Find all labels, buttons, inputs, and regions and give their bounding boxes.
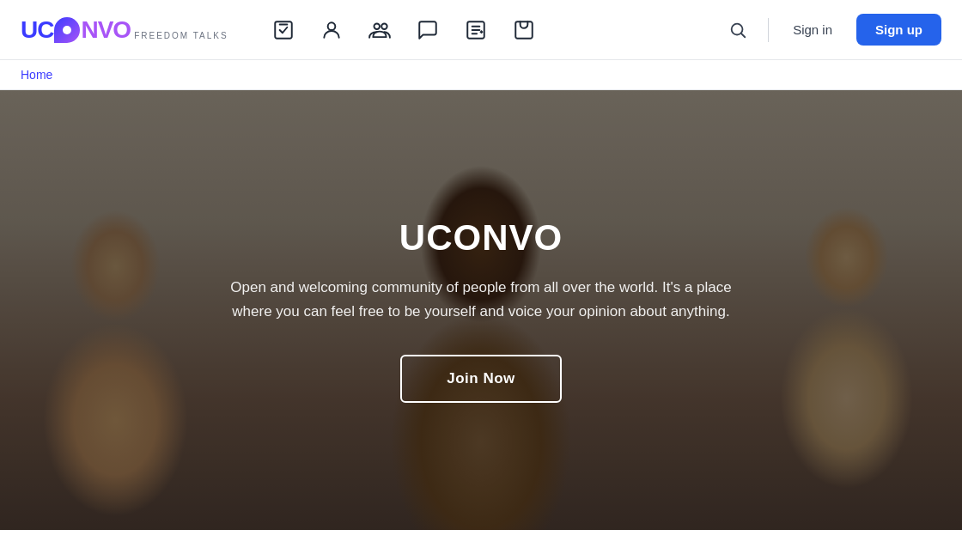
messages-icon [417,19,439,41]
signup-button[interactable]: Sign up [856,14,941,46]
profile-icon [320,19,343,41]
nav-activity-button[interactable] [263,9,304,51]
nav-store-button[interactable] [503,9,545,51]
site-header: UC NVO FREEDOM TALKS [0,0,962,60]
svg-line-11 [741,33,745,37]
search-button[interactable] [722,14,754,46]
svg-point-10 [732,23,743,34]
svg-point-3 [374,23,380,29]
search-icon [728,21,747,40]
nav-profile-button[interactable] [311,9,352,51]
hero-section: UCONVO Open and welcoming community of p… [0,90,962,530]
main-nav [263,9,722,51]
logo-tagline: FREEDOM TALKS [134,31,228,40]
logo-nvo: NVO [81,16,131,44]
logo-text: UC NVO [21,16,131,44]
svg-point-4 [381,23,387,29]
store-icon [513,19,535,41]
logo-bubble-icon [54,17,80,43]
activity-icon [272,19,295,41]
breadcrumb-home[interactable]: Home [21,68,52,82]
join-now-button[interactable]: Join Now [400,355,562,403]
header-divider [768,18,769,42]
svg-point-2 [327,22,335,30]
logo-uc: UC [21,16,53,44]
nav-groups-button[interactable] [359,9,400,51]
nav-write-button[interactable] [455,9,496,51]
hero-title: UCONVO [215,217,747,259]
groups-icon [368,19,391,41]
breadcrumb-bar: Home [0,60,962,90]
write-icon [465,19,487,41]
hero-description: Open and welcoming community of people f… [215,276,747,324]
header-right: Sign in Sign up [722,14,941,46]
logo[interactable]: UC NVO FREEDOM TALKS [21,16,228,44]
signin-button[interactable]: Sign in [782,15,843,44]
nav-messages-button[interactable] [407,9,448,51]
hero-content: UCONVO Open and welcoming community of p… [198,217,764,403]
svg-rect-9 [515,21,533,39]
